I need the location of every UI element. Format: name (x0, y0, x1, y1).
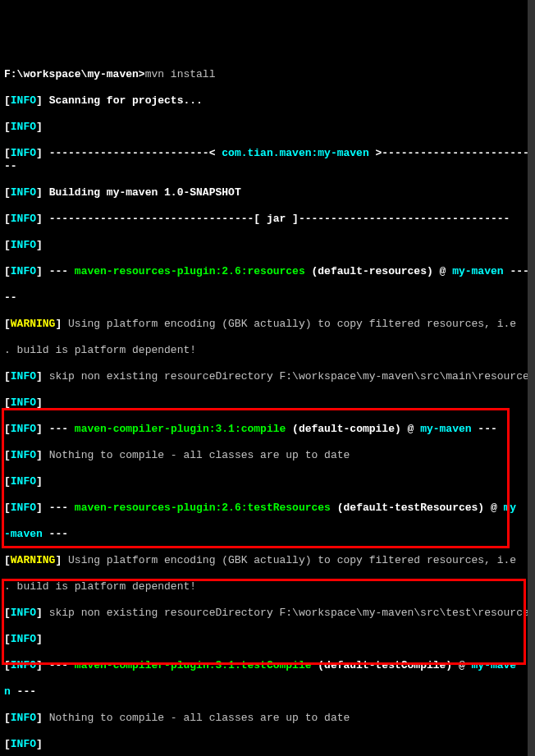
info-tag: INFO (11, 659, 36, 671)
info-tag: INFO (11, 738, 36, 750)
info-tag: INFO (11, 396, 36, 409)
info-tag: INFO (11, 449, 36, 461)
plugin-name: maven-resources-plugin:2.6:testResources (75, 502, 331, 514)
warning-tag: WARNING (11, 554, 56, 566)
info-tag: INFO (11, 475, 36, 488)
prompt: F:\workspace\my-maven> (4, 68, 145, 80)
info-tag: INFO (11, 121, 36, 133)
plugin-name: maven-compiler-plugin:3.1:compile (75, 423, 286, 435)
vertical-scrollbar[interactable] (528, 0, 535, 756)
info-tag: INFO (11, 265, 36, 277)
plugin-name: maven-compiler-plugin:3.1:testCompile (75, 659, 312, 671)
info-tag: INFO (11, 633, 36, 645)
info-tag: INFO (11, 423, 36, 435)
info-tag: INFO (11, 147, 36, 159)
info-tag: INFO (11, 94, 36, 107)
terminal-output[interactable]: F:\workspace\my-maven>mvn install [INFO]… (4, 55, 535, 756)
info-tag: INFO (11, 239, 36, 251)
info-tag: INFO (11, 607, 36, 619)
warning-tag: WARNING (11, 318, 56, 330)
info-tag: INFO (11, 186, 36, 199)
info-tag: INFO (11, 370, 36, 383)
info-tag: INFO (11, 712, 36, 724)
info-tag: INFO (11, 502, 36, 514)
info-tag: INFO (11, 213, 36, 225)
plugin-name: maven-resources-plugin:2.6:resources (75, 265, 305, 277)
